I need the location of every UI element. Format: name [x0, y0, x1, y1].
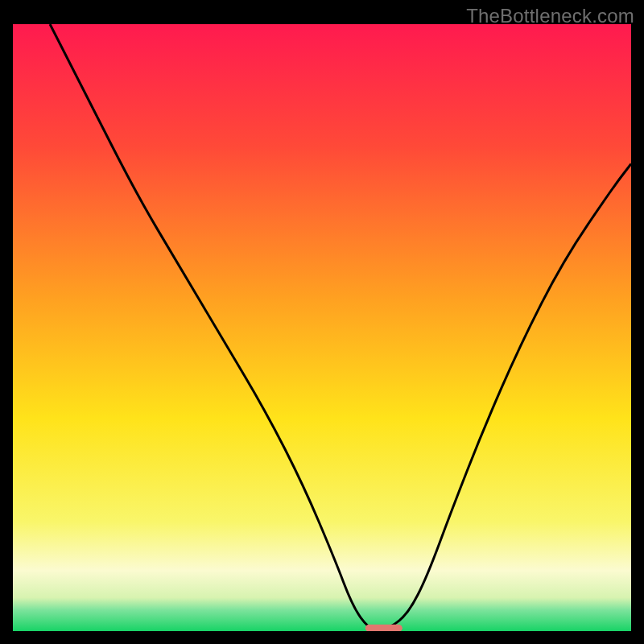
gradient-background: [13, 24, 631, 631]
plot-area: [13, 24, 631, 631]
watermark-label: TheBottleneck.com: [466, 5, 634, 27]
chart-frame: TheBottleneck.com: [0, 0, 644, 644]
bottleneck-chart: [13, 24, 631, 631]
optimal-marker: [365, 625, 402, 631]
